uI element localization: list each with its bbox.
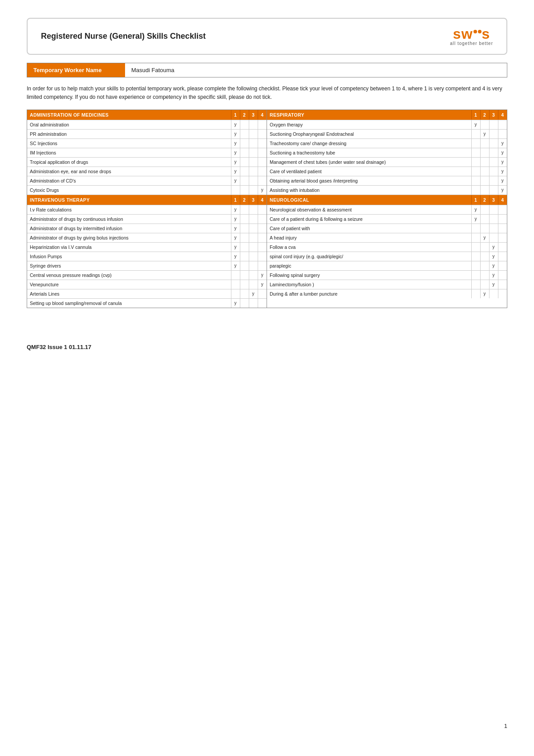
skill-name: Suctioning Oropharyngeal/ Endotracheal xyxy=(267,130,471,139)
table-row: paraplegic y xyxy=(267,261,507,271)
main-table: ADMINISTRATION OF MEDICINES 1 2 3 4 Oral… xyxy=(27,110,507,308)
skill-name: PR administration xyxy=(27,130,231,139)
skill-name: A head injury xyxy=(267,233,471,243)
skill-name: Care of patient with xyxy=(267,224,471,233)
table-row: Care of ventilated patient y xyxy=(267,167,507,176)
table-row: Arterials Lines y xyxy=(27,289,267,299)
table-row: Infusion Pumps y xyxy=(27,252,267,261)
skill-name: Follow a cva xyxy=(267,243,471,252)
section-header-neurological: NEUROLOGICAL 1 2 3 4 xyxy=(267,195,507,205)
table-row: Care of patient with xyxy=(267,224,507,233)
skill-name: spinal cord injury (e.g. quadriplegic/ xyxy=(267,252,471,261)
table-row: Suctioning a tracheostomy tube y xyxy=(267,148,507,158)
table-row: Neurological observation & assessment y xyxy=(267,205,507,215)
skill-name: Tropical application of drugs xyxy=(27,158,231,167)
logo-dot2 xyxy=(478,30,481,33)
table-row: Oral administration y xyxy=(27,120,267,130)
section-header-respiratory: RESPIRATORY 1 2 3 4 xyxy=(267,110,507,120)
logo: sws all together better xyxy=(450,27,493,46)
table-row: Laminectomy/fusion ) y xyxy=(267,280,507,289)
table-row: Central venous pressure readings (cvp) y xyxy=(27,271,267,280)
section-header-iv: INTRAVENOUS THERAPY 1 2 3 4 xyxy=(27,195,267,205)
logo-swiis: sws xyxy=(453,27,490,41)
table-row: Following spinal surgery y xyxy=(267,271,507,280)
table-row: Assisting with intubation y xyxy=(267,186,507,195)
table-row: Administration eye, ear and nose drops y xyxy=(27,167,267,176)
section-title-respiratory: RESPIRATORY xyxy=(267,110,471,120)
table-row: Administrator of drugs by intermitted in… xyxy=(27,224,267,233)
skill-name: Syringe drivers xyxy=(27,261,231,271)
skill-name: Tracheostomy care/ change dressing xyxy=(267,139,471,148)
worker-name-row: Temporary Worker Name Masudi Fatouma xyxy=(27,63,507,77)
worker-value: Masudi Fatouma xyxy=(125,63,507,77)
table-row: Oxygen therapy y xyxy=(267,120,507,130)
skill-name: Oral administration xyxy=(27,120,231,130)
table-row: During & after a lumber puncture y xyxy=(267,289,507,299)
logo-tagline: all together better xyxy=(450,41,493,46)
header: Registered Nurse (General) Skills Checkl… xyxy=(27,18,507,55)
tick-4 xyxy=(258,120,267,130)
skill-name: Neurological observation & assessment xyxy=(267,205,471,215)
tick-2 xyxy=(240,120,249,130)
skill-name: Administrator of drugs by continuous inf… xyxy=(27,215,231,224)
skill-name: Setting up blood sampling/removal of can… xyxy=(27,299,231,308)
table-row: Syringe drivers y xyxy=(27,261,267,271)
skill-name: Care of a patient during & following a s… xyxy=(267,215,471,224)
table-row: Setting up blood sampling/removal of can… xyxy=(27,299,267,308)
skill-name: Management of chest tubes (under water s… xyxy=(267,158,471,167)
table-row: Follow a cva y xyxy=(267,243,507,252)
skill-name: During & after a lumber puncture xyxy=(267,289,471,299)
table-row: PR administration y xyxy=(27,130,267,139)
table-row: Tracheostomy care/ change dressing y xyxy=(267,139,507,148)
table-row: Administrator of drugs by continuous inf… xyxy=(27,215,267,224)
left-table: ADMINISTRATION OF MEDICINES 1 2 3 4 Oral… xyxy=(27,110,267,308)
skill-name: Administrator of drugs by giving bolus i… xyxy=(27,233,231,243)
skill-name: Administrator of drugs by intermitted in… xyxy=(27,224,231,233)
skill-name: paraplegic xyxy=(267,261,471,271)
section-title-iv: INTRAVENOUS THERAPY xyxy=(27,195,231,205)
table-row: I.v Rate calculations y xyxy=(27,205,267,215)
skill-name: Administration of CD's xyxy=(27,176,231,186)
skill-name: Cytoxic Drugs xyxy=(27,186,231,195)
table-row: A head injury y xyxy=(267,233,507,243)
skill-infusion-pumps: Infusion Pumps xyxy=(27,252,231,261)
skill-name: Arterials Lines xyxy=(27,289,231,299)
table-row: Cytoxic Drugs y xyxy=(27,186,267,195)
skill-name: Oxygen therapy xyxy=(267,120,471,130)
footer-qmf: QMF32 Issue 1 01.11.17 xyxy=(27,344,507,350)
table-row: IM Injections y xyxy=(27,148,267,158)
right-table: RESPIRATORY 1 2 3 4 Oxygen therapy y Suc… xyxy=(267,110,507,298)
skill-name: SC Injections xyxy=(27,139,231,148)
left-column: ADMINISTRATION OF MEDICINES 1 2 3 4 Oral… xyxy=(27,110,267,308)
section-title-neurological: NEUROLOGICAL xyxy=(267,195,471,205)
skill-name: Assisting with intubation xyxy=(267,186,471,195)
table-row: SC Injections y xyxy=(27,139,267,148)
skill-name: IM Injections xyxy=(27,148,231,158)
skill-name: Central venous pressure readings (cvp) xyxy=(27,271,231,280)
table-row: Tropical application of drugs y xyxy=(27,158,267,167)
intro-text: In order for us to help match your skill… xyxy=(27,85,507,102)
table-row: spinal cord injury (e.g. quadriplegic/ y xyxy=(267,252,507,261)
table-row: Venepuncture y xyxy=(27,280,267,289)
tick-3 xyxy=(249,120,258,130)
table-row: Management of chest tubes (under water s… xyxy=(267,158,507,167)
skill-name: Obtaining arterial blood gases /interpre… xyxy=(267,176,471,186)
table-row: Obtaining arterial blood gases /interpre… xyxy=(267,176,507,186)
table-row: Administration of CD's y xyxy=(27,176,267,186)
table-row: Heparinization via I.V cannula y xyxy=(27,243,267,252)
table-row: Suctioning Oropharyngeal/ Endotracheal y xyxy=(267,130,507,139)
tick-1: y xyxy=(231,120,240,130)
section-header-admin: ADMINISTRATION OF MEDICINES 1 2 3 4 xyxy=(27,110,267,120)
table-row: Administrator of drugs by giving bolus i… xyxy=(27,233,267,243)
skill-name: Venepuncture xyxy=(27,280,231,289)
skill-name: Laminectomy/fusion ) xyxy=(267,280,471,289)
logo-dot1 xyxy=(473,30,477,33)
section-title-admin: ADMINISTRATION OF MEDICINES xyxy=(27,110,231,120)
right-column: RESPIRATORY 1 2 3 4 Oxygen therapy y Suc… xyxy=(267,110,507,308)
skill-name: Administration eye, ear and nose drops xyxy=(27,167,231,176)
skill-name: I.v Rate calculations xyxy=(27,205,231,215)
page-number: 1 xyxy=(504,723,507,729)
skill-name: Following spinal surgery xyxy=(267,271,471,280)
worker-label: Temporary Worker Name xyxy=(27,63,125,77)
page-title: Registered Nurse (General) Skills Checkl… xyxy=(41,32,206,41)
